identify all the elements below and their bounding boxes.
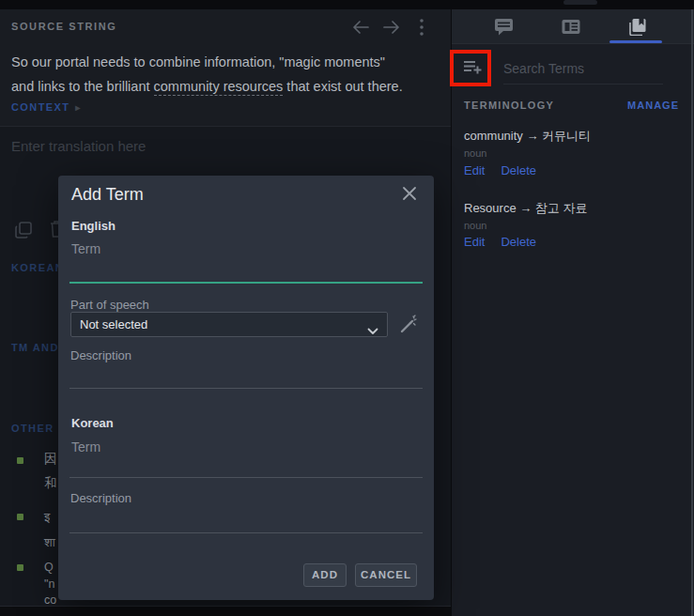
next-segment-button[interactable] xyxy=(382,18,401,37)
input-underline[interactable] xyxy=(69,388,423,389)
lang-line: 因 xyxy=(44,452,57,466)
lang-line: "n xyxy=(44,578,54,591)
scrollbar[interactable] xyxy=(691,9,693,616)
input-underline[interactable] xyxy=(69,477,423,478)
delete-term-link[interactable]: Delete xyxy=(501,235,536,249)
add-button[interactable]: ADD xyxy=(303,563,347,587)
manage-terms-link[interactable]: MANAGE xyxy=(627,100,679,111)
other-language-item[interactable]: इशा xyxy=(44,504,55,555)
chevron-down-icon xyxy=(367,322,378,339)
term-actions: EditDelete xyxy=(464,163,536,177)
segment-menu-button[interactable] xyxy=(415,17,428,38)
edit-term-link[interactable]: Edit xyxy=(464,163,485,177)
tab-document[interactable] xyxy=(561,18,581,36)
language-status-bullet xyxy=(17,457,23,464)
lang-line: co xyxy=(44,593,56,607)
delete-term-link[interactable]: Delete xyxy=(501,163,536,177)
panel-footer-strip xyxy=(0,607,451,616)
close-icon xyxy=(402,186,417,201)
term-entry-text: community → 커뮤니티 xyxy=(464,128,591,145)
document-icon xyxy=(561,18,581,36)
part-of-speech-select[interactable]: Not selected xyxy=(70,312,388,337)
english-section-label: English xyxy=(71,219,116,233)
other-language-item[interactable]: 因和 xyxy=(44,447,57,495)
cancel-button[interactable]: CANCEL xyxy=(355,563,417,587)
top-bar-artifact xyxy=(563,0,597,5)
term-part-of-speech: noun xyxy=(464,220,486,231)
input-underline[interactable] xyxy=(69,532,423,533)
glossary-book-icon xyxy=(627,18,648,36)
language-status-bullet xyxy=(17,514,23,520)
language-status-bullet xyxy=(17,564,23,571)
add-term-modal: Add Term English Term Part of speech Not… xyxy=(58,176,434,600)
tab-glossary-active[interactable] xyxy=(627,18,648,36)
korean-section-label: Korean xyxy=(71,416,114,430)
add-term-icon[interactable] xyxy=(463,59,482,75)
term-part-of-speech: noun xyxy=(464,147,486,159)
tab-comments[interactable] xyxy=(494,18,515,36)
source-text-after: that exist out there. xyxy=(283,79,402,94)
other-language-item[interactable]: Q"nco xyxy=(44,560,56,609)
source-segment-card: SOURCE STRING So our portal needs to com… xyxy=(0,9,451,127)
comment-icon xyxy=(494,18,515,36)
translation-input[interactable]: Enter translation here xyxy=(11,138,146,154)
active-tab-underline xyxy=(609,40,662,43)
part-of-speech-label: Part of speech xyxy=(70,298,149,312)
lang-line: 和 xyxy=(44,476,57,490)
kebab-menu-icon xyxy=(415,17,428,38)
magic-wand-button[interactable] xyxy=(399,315,418,333)
arrow-left-icon xyxy=(351,18,370,37)
context-label: CONTEXT xyxy=(11,101,69,113)
search-input-underline xyxy=(503,84,663,85)
copy-source-icon[interactable] xyxy=(13,220,34,240)
modal-title: Add Term xyxy=(71,185,144,205)
search-terms-input[interactable]: Search Terms xyxy=(503,61,584,76)
source-string-label: SOURCE STRING xyxy=(11,21,116,32)
magic-wand-icon xyxy=(399,315,418,333)
focused-input-underline xyxy=(69,282,423,284)
context-arrow-icon: ▸ xyxy=(75,102,80,113)
lang-line: Q xyxy=(44,561,54,574)
previous-segment-button[interactable] xyxy=(351,18,370,37)
sidebar-tab-bar xyxy=(452,9,694,44)
korean-term-input[interactable]: Term xyxy=(71,439,100,454)
lang-line: इ xyxy=(44,510,50,524)
context-link[interactable]: CONTEXT▸ xyxy=(11,101,80,113)
term-highlight[interactable]: community resources xyxy=(154,79,284,96)
edit-term-link[interactable]: Edit xyxy=(464,235,485,249)
top-bar xyxy=(0,0,694,9)
term-actions: EditDelete xyxy=(464,235,536,249)
korean-description-label: Description xyxy=(70,491,131,505)
app-window: SOURCE STRING So our portal needs to com… xyxy=(0,0,694,616)
resources-sidebar: Search Terms TERMINOLOGY MANAGE communit… xyxy=(452,9,694,616)
english-description-label: Description xyxy=(70,348,131,362)
selected-option: Not selected xyxy=(80,317,147,331)
terminology-header: TERMINOLOGY xyxy=(464,100,554,111)
source-text: So our portal needs to combine informati… xyxy=(11,51,409,99)
lang-line: शा xyxy=(44,535,55,549)
term-entry-text: Resource → 참고 자료 xyxy=(464,200,587,217)
english-term-input[interactable]: Term xyxy=(71,241,100,256)
close-button[interactable] xyxy=(402,186,419,203)
arrow-right-icon xyxy=(382,18,401,37)
